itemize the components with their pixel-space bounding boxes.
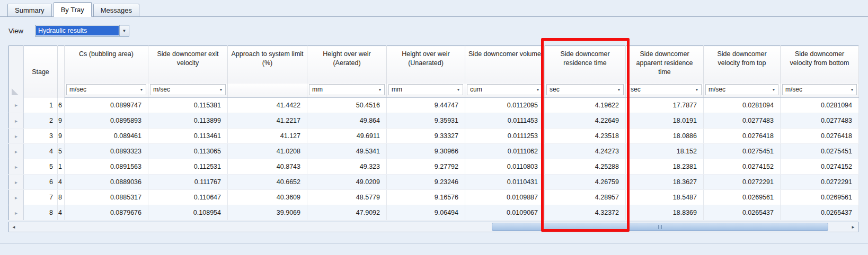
grid-cell[interactable]: 0.0111062	[465, 144, 545, 159]
grid-cell[interactable]: 4.25288	[545, 159, 626, 175]
clipped-cell[interactable]: 1	[58, 159, 65, 175]
grid-cell[interactable]: 17.7877	[626, 98, 704, 113]
row-selector[interactable]: ▸	[9, 98, 24, 113]
row-selector[interactable]: ▸	[9, 113, 24, 129]
tab-messages[interactable]: Messages	[93, 4, 139, 16]
clipped-cell[interactable]: 9	[58, 129, 65, 144]
grid-cell[interactable]: 0.0272291	[781, 175, 859, 190]
stage-cell[interactable]: 2	[24, 113, 58, 129]
grid-cell[interactable]: 9.16576	[387, 190, 465, 205]
grid-cell[interactable]: 0.0272291	[704, 175, 781, 190]
grid-cell[interactable]: 4.22649	[545, 113, 626, 129]
clipped-cell[interactable]: 6	[58, 98, 65, 113]
stage-cell[interactable]: 3	[24, 129, 58, 144]
column-header-exit-velocity[interactable]: Side downcomer exit velocity	[148, 46, 228, 84]
clipped-cell[interactable]: 8	[58, 190, 65, 205]
column-header-height-over-weir-aerated[interactable]: Height over weir (Aerated)	[307, 46, 387, 84]
grid-cell[interactable]: 40.6652	[228, 175, 307, 190]
unit-dropdown-velocity-from-bottom[interactable]: m/sec ▼	[782, 84, 857, 95]
grid-cell[interactable]: 0.0277483	[704, 113, 781, 129]
grid-cell[interactable]: 18.5487	[626, 190, 704, 205]
grid-cell[interactable]: 0.0277483	[781, 113, 859, 129]
grid-cell[interactable]: 0.0281094	[781, 98, 859, 113]
unit-dropdown-how-aerated[interactable]: mm ▼	[309, 84, 385, 95]
unit-dropdown-volume[interactable]: cum ▼	[467, 84, 543, 95]
grid-cell[interactable]: 0.112531	[148, 159, 228, 175]
column-header-velocity-from-top[interactable]: Side downcomer velocity from top	[704, 46, 781, 84]
grid-cell[interactable]: 0.089461	[65, 129, 148, 144]
grid-cell[interactable]: 50.4516	[307, 98, 387, 113]
grid-cell[interactable]: 18.8369	[626, 205, 704, 221]
grid-cell[interactable]: 0.0109887	[465, 190, 545, 205]
clipped-cell[interactable]: 5	[58, 144, 65, 159]
grid-cell[interactable]: 0.0111253	[465, 129, 545, 144]
grid-cell[interactable]: 9.23246	[387, 175, 465, 190]
grid-cell[interactable]: 0.0899747	[65, 98, 148, 113]
grid-cell[interactable]: 0.0112095	[465, 98, 545, 113]
grid-cell[interactable]: 4.23518	[545, 129, 626, 144]
stage-cell[interactable]: 7	[24, 190, 58, 205]
grid-cell[interactable]: 0.113065	[148, 144, 228, 159]
scrollbar-thumb[interactable]	[492, 223, 829, 231]
clipped-cell[interactable]: 9	[58, 113, 65, 129]
grid-cell[interactable]: 0.0275451	[704, 144, 781, 159]
grid-cell[interactable]: 39.9069	[228, 205, 307, 221]
grid-cell[interactable]: 49.5341	[307, 144, 387, 159]
grid-cell[interactable]: 49.6911	[307, 129, 387, 144]
grid-cell[interactable]: 0.0265437	[704, 205, 781, 221]
grid-cell[interactable]: 40.3609	[228, 190, 307, 205]
select-all-corner[interactable]	[9, 46, 24, 98]
grid-cell[interactable]: 48.5779	[307, 190, 387, 205]
grid-cell[interactable]: 9.30966	[387, 144, 465, 159]
horizontal-scrollbar[interactable]: ◄ ►	[8, 222, 858, 232]
grid-cell[interactable]: 18.3627	[626, 175, 704, 190]
column-header-clipped[interactable]	[58, 46, 65, 98]
grid-cell[interactable]: 40.8743	[228, 159, 307, 175]
grid-cell[interactable]: 0.108954	[148, 205, 228, 221]
grid-cell[interactable]: 4.19622	[545, 98, 626, 113]
grid-cell[interactable]: 0.0885317	[65, 190, 148, 205]
stage-cell[interactable]: 4	[24, 144, 58, 159]
column-header-cs-bubbling-area[interactable]: Cs (bubbling area)	[65, 46, 148, 84]
unit-dropdown-residence-time[interactable]: sec ▼	[546, 84, 624, 95]
grid-cell[interactable]: 0.0110431	[465, 175, 545, 190]
grid-cell[interactable]: 18.152	[626, 144, 704, 159]
tab-by-tray[interactable]: By Tray	[54, 2, 92, 17]
scroll-right-arrow-icon[interactable]: ►	[848, 222, 858, 232]
column-header-downcomer-volume[interactable]: Side downcomer volume	[465, 46, 545, 84]
grid-cell[interactable]: 49.864	[307, 113, 387, 129]
grid-cell[interactable]: 0.113899	[148, 113, 228, 129]
column-header-approach-limit[interactable]: Approach to system limit (%)	[228, 46, 307, 84]
grid-cell[interactable]: 47.9092	[307, 205, 387, 221]
grid-cell[interactable]: 41.2217	[228, 113, 307, 129]
grid-cell[interactable]: 4.28957	[545, 190, 626, 205]
grid-cell[interactable]: 0.113461	[148, 129, 228, 144]
grid-cell[interactable]: 0.0110803	[465, 159, 545, 175]
stage-cell[interactable]: 6	[24, 175, 58, 190]
grid-cell[interactable]: 4.24273	[545, 144, 626, 159]
grid-cell[interactable]: 4.32372	[545, 205, 626, 221]
grid-cell[interactable]: 9.44747	[387, 98, 465, 113]
column-header-stage[interactable]: Stage	[24, 46, 58, 98]
scroll-left-arrow-icon[interactable]: ◄	[9, 222, 19, 232]
clipped-cell[interactable]: 4	[58, 205, 65, 221]
grid-cell[interactable]: 0.0274152	[781, 159, 859, 175]
grid-cell[interactable]: 0.0269561	[781, 190, 859, 205]
grid-cell[interactable]: 41.4422	[228, 98, 307, 113]
grid-cell[interactable]: 0.110647	[148, 190, 228, 205]
clipped-cell[interactable]: 4	[58, 175, 65, 190]
column-header-velocity-from-bottom[interactable]: Side downcomer velocity from bottom	[781, 46, 859, 84]
unit-dropdown-apparent-residence-time[interactable]: sec ▼	[627, 84, 702, 95]
grid-cell[interactable]: 49.0209	[307, 175, 387, 190]
chevron-down-icon[interactable]: ▼	[119, 25, 129, 36]
row-selector[interactable]: ▸	[9, 159, 24, 175]
grid-cell[interactable]: 9.06494	[387, 205, 465, 221]
view-dropdown[interactable]: Hydraulic results ▼	[35, 25, 129, 37]
grid-cell[interactable]: 0.0274152	[704, 159, 781, 175]
grid-cell[interactable]: 0.0889036	[65, 175, 148, 190]
tab-summary[interactable]: Summary	[7, 4, 52, 16]
grid-cell[interactable]: 18.2381	[626, 159, 704, 175]
grid-cell[interactable]: 9.33327	[387, 129, 465, 144]
column-header-height-over-weir-unaerated[interactable]: Height over weir (Unaerated)	[387, 46, 465, 84]
row-selector[interactable]: ▸	[9, 175, 24, 190]
